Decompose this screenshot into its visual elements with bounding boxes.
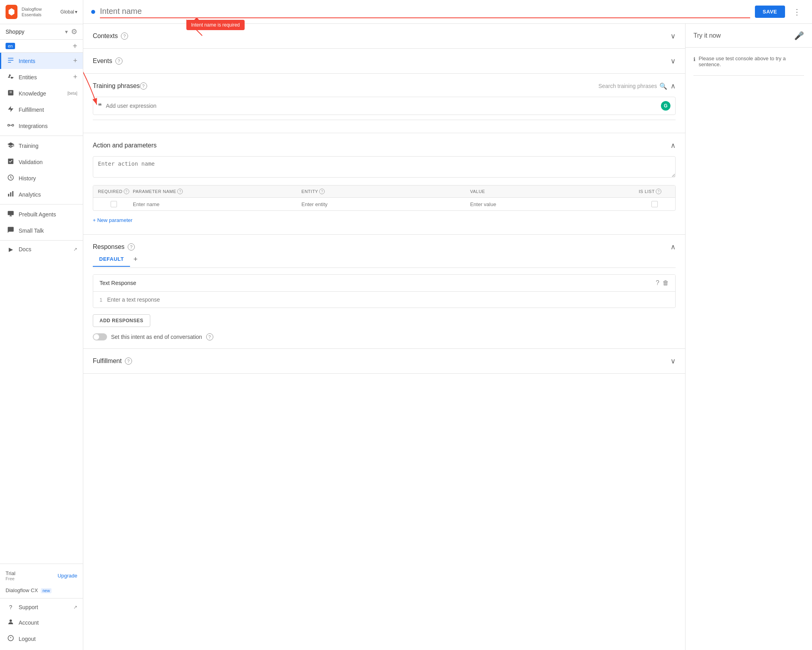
support-icon: ? bbox=[7, 604, 15, 610]
add-entity-icon[interactable]: + bbox=[73, 73, 77, 81]
param-value-input[interactable] bbox=[470, 201, 636, 207]
tab-default[interactable]: DEFAULT bbox=[93, 252, 130, 267]
sidebar-item-label-validation: Validation bbox=[19, 159, 77, 165]
entities-icon bbox=[7, 73, 15, 81]
phrase-input[interactable] bbox=[106, 103, 657, 109]
language-badge[interactable]: en bbox=[6, 43, 15, 49]
try-it-now-header: Try it now 🎤 bbox=[686, 24, 812, 48]
nav-divider-1 bbox=[0, 136, 83, 136]
required-checkbox[interactable] bbox=[111, 201, 117, 207]
docs-icon: ▶ bbox=[7, 246, 15, 252]
quote-icon: ❝ bbox=[98, 101, 102, 110]
required-help-icon[interactable]: ? bbox=[124, 189, 129, 194]
entity-help-icon[interactable]: ? bbox=[319, 189, 325, 194]
events-chevron-icon[interactable]: ∨ bbox=[670, 57, 676, 65]
support-external-icon: ↗ bbox=[73, 604, 77, 610]
new-parameter-button[interactable]: + New parameter bbox=[93, 214, 132, 226]
global-button[interactable]: Global ▾ bbox=[60, 9, 77, 15]
fulfillment-header: Fulfillment ? ∨ bbox=[93, 357, 676, 365]
dialogflow-cx-label: Dialogflow CX bbox=[6, 587, 38, 593]
training-phrases-help-icon[interactable]: ? bbox=[140, 82, 147, 90]
sidebar-item-logout[interactable]: Logout bbox=[0, 631, 83, 647]
action-name-input[interactable] bbox=[93, 156, 676, 178]
sidebar-item-fulfillment[interactable]: Fulfillment bbox=[0, 101, 83, 118]
sidebar-item-history[interactable]: History bbox=[0, 170, 83, 186]
save-button[interactable]: SAVE bbox=[755, 6, 785, 18]
action-parameters-section: Action and parameters ∧ REQUIRED ? PARAM… bbox=[83, 133, 685, 235]
end-conversation-toggle[interactable] bbox=[93, 333, 107, 340]
responses-help-icon[interactable]: ? bbox=[128, 243, 135, 250]
col-required: REQUIRED ? bbox=[98, 189, 130, 194]
sidebar-item-prebuilt-agents[interactable]: Prebuilt Agents bbox=[0, 206, 83, 222]
fulfillment-icon bbox=[7, 105, 15, 114]
parameter-name-help-icon[interactable]: ? bbox=[177, 189, 183, 194]
upgrade-button[interactable]: Upgrade bbox=[57, 573, 77, 579]
svg-rect-17 bbox=[8, 211, 14, 215]
responses-chevron-icon[interactable]: ∧ bbox=[670, 243, 676, 251]
toggle-help-icon[interactable]: ? bbox=[206, 333, 213, 340]
param-name-input[interactable] bbox=[133, 201, 298, 207]
add-intent-icon[interactable]: + bbox=[73, 57, 77, 65]
contexts-section: Contexts ? ∨ bbox=[83, 24, 685, 49]
more-options-button[interactable]: ⋮ bbox=[790, 6, 804, 18]
sidebar-item-training[interactable]: Training bbox=[0, 138, 83, 154]
events-help-icon[interactable]: ? bbox=[115, 57, 123, 65]
training-phrases-header: Training phrases ? Search training phras… bbox=[93, 82, 676, 90]
sidebar-item-label-history: History bbox=[19, 175, 77, 182]
col-entity: ENTITY ? bbox=[301, 189, 467, 194]
sidebar-item-integrations[interactable]: Integrations bbox=[0, 118, 83, 134]
integrations-icon bbox=[7, 122, 15, 130]
sidebar-item-support[interactable]: ? Support ↗ bbox=[0, 600, 83, 614]
action-parameters-title: Action and parameters bbox=[93, 142, 157, 149]
response-text-input[interactable] bbox=[107, 296, 669, 303]
is-list-help-icon[interactable]: ? bbox=[656, 189, 661, 194]
tab-add-icon[interactable]: + bbox=[130, 251, 141, 268]
dialogflow-cx-row[interactable]: Dialogflow CX new bbox=[0, 584, 83, 596]
agent-settings-icon[interactable]: ⚙ bbox=[71, 27, 77, 36]
sidebar-item-label-fulfillment: Fulfillment bbox=[19, 107, 77, 113]
add-language-icon[interactable]: + bbox=[73, 42, 77, 50]
account-icon bbox=[7, 618, 15, 627]
nav-divider-2 bbox=[0, 204, 83, 205]
microphone-icon[interactable]: 🎤 bbox=[794, 31, 804, 40]
responses-section: Responses ? ∧ DEFAULT + Text Response ? … bbox=[83, 235, 685, 349]
text-response-title: Text Response bbox=[100, 280, 653, 286]
param-entity-input[interactable] bbox=[301, 201, 467, 207]
trial-sublabel: Free bbox=[6, 576, 15, 581]
text-response-help-icon[interactable]: ? bbox=[656, 279, 659, 287]
col-is-list: IS LIST ? bbox=[639, 189, 670, 194]
form-panel: Contexts ? ∨ Events ? ∨ Training phrases… bbox=[83, 24, 685, 650]
logout-icon bbox=[7, 635, 15, 643]
info-icon: ℹ bbox=[693, 56, 695, 62]
agent-dropdown-icon[interactable]: ▾ bbox=[65, 29, 68, 35]
history-icon bbox=[7, 174, 15, 182]
fulfillment-help-icon[interactable]: ? bbox=[125, 358, 132, 365]
sidebar-item-small-talk[interactable]: Small Talk bbox=[0, 222, 83, 239]
docs-external-icon: ↗ bbox=[73, 247, 77, 252]
sidebar-bottom: Trial Free Upgrade Dialogflow CX new ? S… bbox=[0, 564, 83, 650]
is-list-checkbox[interactable] bbox=[651, 201, 658, 207]
contexts-chevron-icon[interactable]: ∨ bbox=[670, 32, 676, 40]
training-icon bbox=[7, 141, 15, 150]
sidebar-item-knowledge[interactable]: Knowledge [beta] bbox=[0, 85, 83, 101]
sidebar-item-account[interactable]: Account bbox=[0, 614, 83, 631]
add-responses-button[interactable]: ADD RESPONSES bbox=[93, 314, 150, 327]
sidebar-item-entities[interactable]: Entities + bbox=[0, 69, 83, 85]
fulfillment-chevron-icon[interactable]: ∨ bbox=[670, 357, 676, 365]
text-response-delete-icon[interactable]: 🗑 bbox=[663, 279, 669, 287]
sidebar-item-intents[interactable]: Intents + bbox=[0, 53, 83, 69]
knowledge-icon bbox=[7, 89, 15, 98]
svg-point-4 bbox=[9, 75, 11, 76]
sidebar-item-analytics[interactable]: Analytics bbox=[0, 186, 83, 203]
small-talk-icon bbox=[7, 226, 15, 235]
sidebar-item-docs[interactable]: ▶ Docs ↗ bbox=[0, 242, 83, 256]
intent-name-input[interactable] bbox=[100, 5, 750, 18]
search-icon[interactable]: 🔍 bbox=[659, 82, 667, 90]
sidebar-item-validation[interactable]: Validation bbox=[0, 154, 83, 170]
training-phrases-chevron-icon[interactable]: ∧ bbox=[670, 82, 676, 90]
contexts-help-icon[interactable]: ? bbox=[121, 32, 128, 40]
contexts-title: Contexts bbox=[93, 32, 118, 40]
contexts-header: Contexts ? ∨ bbox=[93, 32, 676, 40]
action-parameters-chevron-icon[interactable]: ∧ bbox=[670, 141, 676, 150]
param-entity-cell bbox=[301, 201, 467, 207]
